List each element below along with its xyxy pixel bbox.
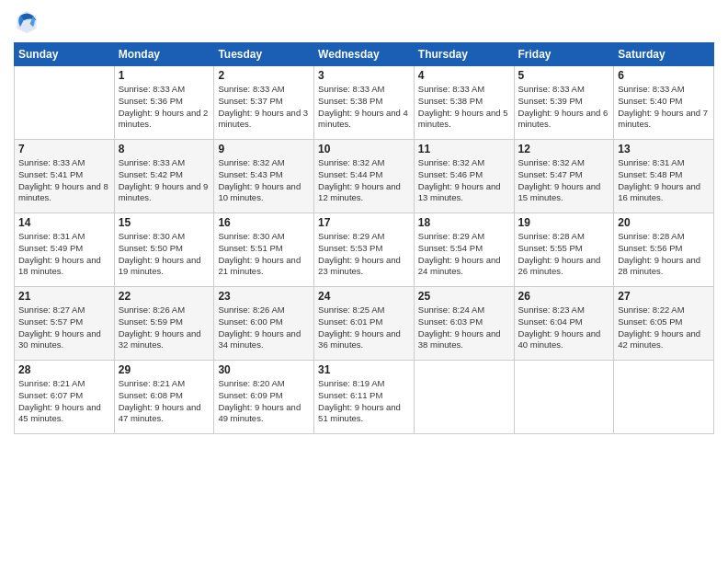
day-number: 10 [318,143,410,155]
day-number: 27 [618,290,710,303]
day-number: 3 [318,69,410,82]
calendar-cell: 16Sunrise: 8:30 AMSunset: 5:51 PMDayligh… [214,213,314,287]
day-info: Sunrise: 8:26 AMSunset: 5:59 PMDaylight:… [119,304,210,351]
calendar-cell: 14Sunrise: 8:31 AMSunset: 5:49 PMDayligh… [15,213,115,287]
day-info: Sunrise: 8:33 AMSunset: 5:40 PMDaylight:… [618,84,710,131]
day-info: Sunrise: 8:33 AMSunset: 5:38 PMDaylight:… [318,84,410,131]
day-number: 20 [618,216,710,229]
day-info: Sunrise: 8:21 AMSunset: 6:08 PMDaylight:… [119,378,210,425]
calendar-cell: 22Sunrise: 8:26 AMSunset: 5:59 PMDayligh… [114,287,214,361]
weekday-header-wednesday: Wednesday [314,43,415,66]
weekday-header-tuesday: Tuesday [214,43,314,66]
calendar-cell: 13Sunrise: 8:31 AMSunset: 5:48 PMDayligh… [614,140,714,213]
day-info: Sunrise: 8:30 AMSunset: 5:50 PMDaylight:… [119,231,210,278]
day-info: Sunrise: 8:19 AMSunset: 6:11 PMDaylight:… [318,378,410,425]
calendar-cell: 25Sunrise: 8:24 AMSunset: 6:03 PMDayligh… [414,287,514,361]
calendar-header: SundayMondayTuesdayWednesdayThursdayFrid… [15,43,714,66]
calendar-cell: 4Sunrise: 8:33 AMSunset: 5:38 PMDaylight… [414,66,514,140]
calendar-cell: 10Sunrise: 8:32 AMSunset: 5:44 PMDayligh… [314,140,415,213]
weekday-header-row: SundayMondayTuesdayWednesdayThursdayFrid… [15,43,714,66]
calendar-cell: 30Sunrise: 8:20 AMSunset: 6:09 PMDayligh… [214,361,314,434]
day-number: 12 [518,143,610,155]
calendar-cell: 5Sunrise: 8:33 AMSunset: 5:39 PMDaylight… [514,66,614,140]
page-container: SundayMondayTuesdayWednesdayThursdayFrid… [0,0,728,443]
weekday-header-sunday: Sunday [15,43,115,66]
day-number: 22 [119,290,210,303]
day-info: Sunrise: 8:32 AMSunset: 5:44 PMDaylight:… [318,157,410,204]
day-info: Sunrise: 8:25 AMSunset: 6:01 PMDaylight:… [318,304,410,351]
day-number: 31 [318,363,410,376]
day-info: Sunrise: 8:33 AMSunset: 5:36 PMDaylight:… [119,84,210,131]
day-info: Sunrise: 8:28 AMSunset: 5:55 PMDaylight:… [518,231,610,278]
calendar-week-1: 1Sunrise: 8:33 AMSunset: 5:36 PMDaylight… [15,66,714,140]
page-header [14,9,714,35]
day-info: Sunrise: 8:30 AMSunset: 5:51 PMDaylight:… [218,231,310,278]
day-number: 19 [518,216,610,229]
day-number: 14 [18,216,110,229]
day-info: Sunrise: 8:27 AMSunset: 5:57 PMDaylight:… [18,304,110,351]
day-number: 23 [218,290,310,303]
calendar-cell: 17Sunrise: 8:29 AMSunset: 5:53 PMDayligh… [314,213,415,287]
day-number: 26 [518,290,610,303]
calendar-cell: 31Sunrise: 8:19 AMSunset: 6:11 PMDayligh… [314,361,415,434]
day-number: 7 [18,143,110,155]
calendar-cell: 11Sunrise: 8:32 AMSunset: 5:46 PMDayligh… [414,140,514,213]
day-number: 4 [418,69,510,82]
day-info: Sunrise: 8:32 AMSunset: 5:47 PMDaylight:… [518,157,610,204]
day-number: 25 [418,290,510,303]
calendar-cell: 26Sunrise: 8:23 AMSunset: 6:04 PMDayligh… [514,287,614,361]
day-number: 28 [18,363,110,376]
calendar-cell: 27Sunrise: 8:22 AMSunset: 6:05 PMDayligh… [614,287,714,361]
calendar-week-3: 14Sunrise: 8:31 AMSunset: 5:49 PMDayligh… [15,213,714,287]
weekday-header-thursday: Thursday [414,43,514,66]
day-info: Sunrise: 8:31 AMSunset: 5:48 PMDaylight:… [618,157,710,204]
day-info: Sunrise: 8:32 AMSunset: 5:43 PMDaylight:… [218,157,310,204]
calendar-cell: 3Sunrise: 8:33 AMSunset: 5:38 PMDaylight… [314,66,415,140]
day-info: Sunrise: 8:29 AMSunset: 5:53 PMDaylight:… [318,231,410,278]
calendar-cell: 29Sunrise: 8:21 AMSunset: 6:08 PMDayligh… [114,361,214,434]
day-number: 8 [119,143,210,155]
day-number: 29 [119,363,210,376]
day-number: 2 [218,69,310,82]
weekday-header-friday: Friday [514,43,614,66]
calendar-week-4: 21Sunrise: 8:27 AMSunset: 5:57 PMDayligh… [15,287,714,361]
weekday-header-monday: Monday [114,43,214,66]
calendar-cell: 24Sunrise: 8:25 AMSunset: 6:01 PMDayligh… [314,287,415,361]
day-info: Sunrise: 8:22 AMSunset: 6:05 PMDaylight:… [618,304,710,351]
calendar-table: SundayMondayTuesdayWednesdayThursdayFrid… [14,42,714,434]
day-info: Sunrise: 8:21 AMSunset: 6:07 PMDaylight:… [18,378,110,425]
day-number: 17 [318,216,410,229]
calendar-cell [514,361,614,434]
day-number: 6 [618,69,710,82]
calendar-cell: 19Sunrise: 8:28 AMSunset: 5:55 PMDayligh… [514,213,614,287]
calendar-cell [614,361,714,434]
day-number: 24 [318,290,410,303]
calendar-body: 1Sunrise: 8:33 AMSunset: 5:36 PMDaylight… [15,66,714,434]
calendar-cell: 9Sunrise: 8:32 AMSunset: 5:43 PMDaylight… [214,140,314,213]
day-info: Sunrise: 8:23 AMSunset: 6:04 PMDaylight:… [518,304,610,351]
calendar-cell: 18Sunrise: 8:29 AMSunset: 5:54 PMDayligh… [414,213,514,287]
day-number: 11 [418,143,510,155]
day-info: Sunrise: 8:26 AMSunset: 6:00 PMDaylight:… [218,304,310,351]
calendar-cell: 28Sunrise: 8:21 AMSunset: 6:07 PMDayligh… [15,361,115,434]
day-info: Sunrise: 8:28 AMSunset: 5:56 PMDaylight:… [618,231,710,278]
day-number: 1 [119,69,210,82]
calendar-cell: 6Sunrise: 8:33 AMSunset: 5:40 PMDaylight… [614,66,714,140]
calendar-cell [15,66,115,140]
calendar-cell: 2Sunrise: 8:33 AMSunset: 5:37 PMDaylight… [214,66,314,140]
logo [14,9,43,35]
day-info: Sunrise: 8:24 AMSunset: 6:03 PMDaylight:… [418,304,510,351]
day-number: 13 [618,143,710,155]
day-number: 15 [119,216,210,229]
day-info: Sunrise: 8:29 AMSunset: 5:54 PMDaylight:… [418,231,510,278]
calendar-cell: 7Sunrise: 8:33 AMSunset: 5:41 PMDaylight… [15,140,115,213]
logo-icon [14,9,40,35]
calendar-cell: 21Sunrise: 8:27 AMSunset: 5:57 PMDayligh… [15,287,115,361]
calendar-cell: 23Sunrise: 8:26 AMSunset: 6:00 PMDayligh… [214,287,314,361]
calendar-cell: 20Sunrise: 8:28 AMSunset: 5:56 PMDayligh… [614,213,714,287]
day-number: 16 [218,216,310,229]
calendar-cell: 12Sunrise: 8:32 AMSunset: 5:47 PMDayligh… [514,140,614,213]
day-info: Sunrise: 8:33 AMSunset: 5:38 PMDaylight:… [418,84,510,131]
calendar-cell [414,361,514,434]
day-info: Sunrise: 8:33 AMSunset: 5:37 PMDaylight:… [218,84,310,131]
